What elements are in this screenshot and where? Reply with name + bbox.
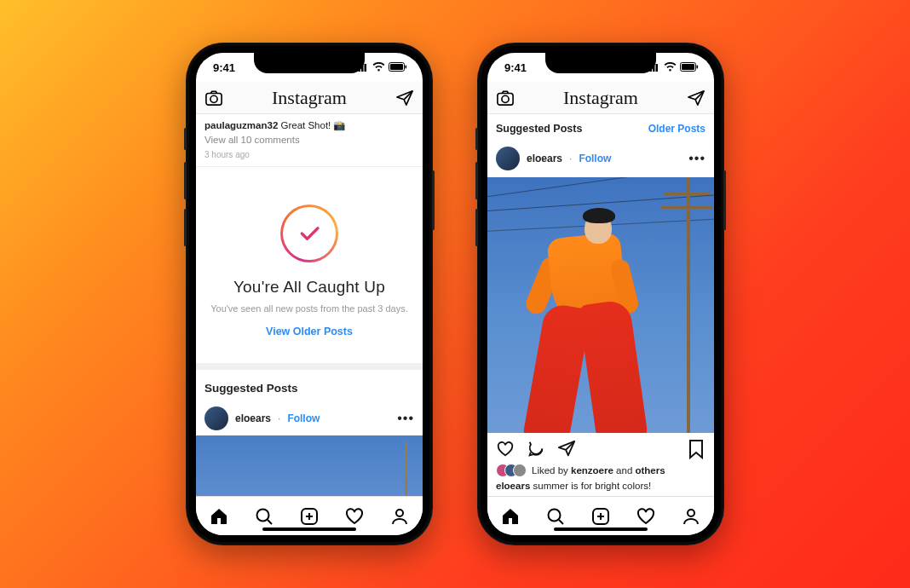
suggested-header: Suggested Posts (496, 123, 582, 135)
svg-rect-3 (365, 64, 367, 72)
dm-icon[interactable] (395, 89, 414, 107)
caption-user[interactable]: eloears (496, 481, 530, 491)
status-time: 9:41 (213, 61, 235, 74)
app-header: Instagram (196, 82, 423, 114)
search-tab-icon[interactable] (254, 506, 274, 527)
create-tab-icon[interactable] (590, 506, 611, 527)
post-more-icon[interactable]: ••• (688, 151, 706, 166)
comment-text: Great Shot! 📸 (280, 120, 345, 130)
svg-point-8 (210, 95, 217, 102)
caught-up-title: You're All Caught Up (204, 278, 414, 297)
suggested-post-header: eloears · Follow ••• (196, 401, 423, 435)
home-indicator[interactable] (554, 527, 648, 531)
dot-separator: · (278, 412, 280, 424)
avatar[interactable] (204, 406, 228, 430)
post-image[interactable] (487, 177, 714, 433)
liked-by-name[interactable]: kenzoere (571, 465, 613, 476)
brand-logo: Instagram (563, 87, 638, 109)
like-icon[interactable] (496, 440, 515, 458)
post-time: 3 hours ago (204, 150, 414, 159)
brand-logo: Instagram (272, 87, 347, 109)
device-notch (254, 53, 365, 73)
post-more-icon[interactable]: ••• (397, 411, 414, 426)
liked-suffix: and (613, 465, 636, 476)
post-image-peek[interactable] (196, 435, 423, 496)
comment-icon[interactable] (527, 440, 545, 458)
activity-tab-icon[interactable] (344, 506, 365, 527)
svg-line-25 (559, 520, 563, 524)
wifi-icon (372, 61, 385, 74)
feed-content: Suggested Posts Older Posts eloears · Fo… (487, 114, 714, 496)
profile-tab-icon[interactable] (389, 506, 410, 527)
dot-separator: · (569, 153, 572, 164)
view-older-posts-link[interactable]: View Older Posts (204, 326, 414, 337)
caption: eloears summer is for bright colors! (487, 481, 714, 496)
post-user[interactable]: eloears (527, 153, 562, 164)
svg-point-24 (548, 509, 560, 521)
search-tab-icon[interactable] (545, 506, 566, 527)
svg-rect-18 (656, 64, 659, 72)
likers-avatars (496, 464, 527, 477)
svg-rect-21 (697, 65, 699, 68)
home-tab-icon[interactable] (500, 506, 521, 527)
svg-rect-5 (390, 64, 403, 70)
post-user[interactable]: eloears (235, 412, 271, 424)
caught-up-sub: You've seen all new posts from the past … (204, 303, 414, 314)
feed-content: paulaguzman32 Great Shot! 📸 View all 10 … (196, 114, 423, 496)
status-time: 9:41 (504, 61, 527, 74)
home-tab-icon[interactable] (209, 506, 229, 527)
liked-prefix: Liked by (532, 465, 571, 476)
device-notch (545, 53, 656, 73)
liked-others[interactable]: others (635, 465, 665, 476)
battery-icon (680, 61, 699, 74)
svg-rect-6 (406, 65, 407, 68)
caught-up-card: You're All Caught Up You've seen all new… (196, 167, 423, 370)
comment-line[interactable]: paulaguzman32 Great Shot! 📸 (204, 119, 414, 131)
caption-text: summer is for bright colors! (533, 481, 651, 491)
view-all-comments-link[interactable]: View all 10 comments (204, 135, 414, 145)
svg-rect-20 (682, 64, 694, 70)
camera-icon[interactable] (496, 89, 515, 107)
svg-line-10 (268, 520, 272, 524)
svg-point-29 (688, 510, 694, 516)
home-indicator[interactable] (262, 527, 356, 531)
app-header: Instagram (487, 82, 714, 114)
phone-left: 9:41 Instagram paulaguzman32 Great (186, 43, 433, 545)
profile-tab-icon[interactable] (681, 506, 701, 527)
save-icon[interactable] (687, 440, 706, 458)
battery-icon (389, 61, 407, 74)
phone-right: 9:41 Instagram Suggested Posts Older Pos… (477, 43, 724, 545)
avatar[interactable] (496, 147, 520, 170)
follow-link[interactable]: Follow (287, 412, 320, 424)
caught-up-ring-icon (280, 205, 338, 262)
prev-post-footer: paulaguzman32 Great Shot! 📸 View all 10 … (196, 114, 423, 167)
suggested-bar: Suggested Posts Older Posts (487, 114, 714, 143)
activity-tab-icon[interactable] (636, 506, 656, 527)
svg-point-9 (256, 509, 268, 521)
likes-row[interactable]: Liked by kenzoere and others (487, 462, 714, 481)
comment-author[interactable]: paulaguzman32 (204, 120, 278, 130)
share-icon[interactable] (557, 440, 576, 458)
post-header: eloears · Follow ••• (487, 143, 714, 177)
svg-point-23 (502, 95, 509, 102)
dm-icon[interactable] (687, 89, 706, 107)
camera-icon[interactable] (204, 89, 223, 107)
follow-link[interactable]: Follow (579, 153, 611, 164)
svg-point-14 (396, 510, 403, 516)
suggested-header: Suggested Posts (196, 370, 423, 401)
older-posts-link[interactable]: Older Posts (648, 123, 706, 135)
wifi-icon (664, 61, 677, 74)
create-tab-icon[interactable] (299, 506, 320, 527)
post-actions (487, 433, 714, 462)
